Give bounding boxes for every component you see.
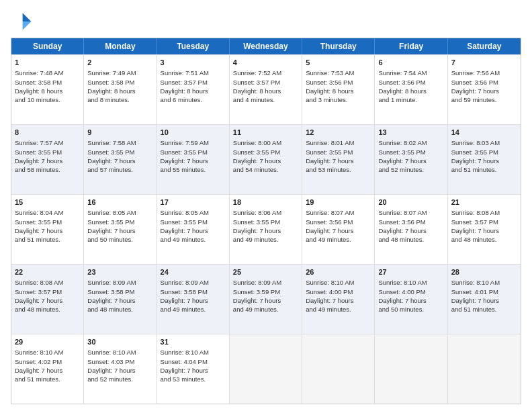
cell-line: Sunrise: 8:08 AM [451, 209, 500, 216]
cell-line: Sunset: 3:55 PM [161, 148, 208, 156]
cell-line: Daylight: 8 hours [233, 87, 281, 95]
cal-cell-18: 18Sunrise: 8:06 AMSunset: 3:55 PMDayligh… [230, 195, 302, 264]
cell-line: Sunrise: 8:00 AM [233, 139, 281, 146]
cal-row-1: 8Sunrise: 7:57 AMSunset: 3:55 PMDaylight… [11, 124, 521, 194]
cell-line: Sunset: 3:55 PM [87, 148, 134, 156]
cell-line: Sunrise: 8:09 AM [87, 279, 136, 286]
cell-line: Daylight: 7 hours [233, 227, 281, 234]
cell-line: Sunset: 4:00 PM [306, 288, 353, 295]
cell-line: Daylight: 8 hours [161, 87, 208, 95]
cell-line: Sunrise: 8:07 AM [306, 209, 354, 216]
cell-line: Sunset: 3:58 PM [87, 288, 134, 295]
cell-line: Sunset: 3:58 PM [87, 79, 134, 86]
cell-line: and 53 minutes. [306, 166, 351, 173]
cell-line: Sunrise: 7:53 AM [306, 69, 354, 77]
cell-line: Sunset: 4:02 PM [15, 358, 62, 365]
header-day-wednesday: Wednesday [230, 38, 302, 54]
svg-marker-1 [23, 21, 32, 30]
cell-line: Sunrise: 7:52 AM [233, 69, 281, 77]
cell-line: Sunrise: 8:09 AM [233, 279, 281, 286]
cell-line: and 48 minutes. [378, 236, 424, 243]
cell-line: Daylight: 8 hours [15, 87, 62, 95]
day-number: 13 [378, 128, 443, 138]
cal-cell-8: 8Sunrise: 7:57 AMSunset: 3:55 PMDaylight… [11, 125, 84, 194]
cal-row-3: 22Sunrise: 8:08 AMSunset: 3:57 PMDayligh… [11, 264, 521, 334]
cell-line: Sunrise: 8:10 AM [451, 279, 500, 286]
cell-line: Daylight: 7 hours [161, 157, 208, 165]
cell-line: Daylight: 7 hours [378, 227, 426, 234]
cell-line: and 49 minutes. [161, 306, 206, 313]
cell-line: Sunrise: 8:05 AM [87, 209, 136, 216]
day-number: 11 [233, 128, 298, 138]
day-number: 9 [87, 128, 152, 138]
day-number: 22 [15, 267, 80, 277]
day-number: 20 [378, 197, 443, 208]
cell-line: Daylight: 7 hours [15, 367, 62, 374]
cal-cell-15: 15Sunrise: 8:04 AMSunset: 3:55 PMDayligh… [11, 195, 84, 264]
cell-line: Sunset: 3:59 PM [233, 288, 280, 295]
header-day-sunday: Sunday [11, 38, 84, 54]
cal-cell-7: 7Sunrise: 7:56 AMSunset: 3:56 PMDaylight… [448, 55, 521, 124]
cell-line: Sunset: 3:56 PM [306, 218, 353, 226]
calendar-header: SundayMondayTuesdayWednesdayThursdayFrid… [11, 38, 521, 54]
cell-line: Sunrise: 8:10 AM [306, 279, 354, 286]
cell-line: Sunset: 3:55 PM [233, 148, 280, 156]
cell-line: Sunrise: 8:02 AM [378, 139, 427, 146]
cal-cell-3: 3Sunrise: 7:51 AMSunset: 3:57 PMDaylight… [157, 55, 230, 124]
day-number: 10 [161, 128, 226, 138]
cell-line: and 49 minutes. [306, 306, 351, 313]
cell-line: Daylight: 7 hours [161, 297, 208, 304]
cell-line: Sunset: 3:55 PM [306, 148, 353, 156]
cell-line: Sunset: 4:01 PM [451, 288, 498, 295]
cell-line: Sunset: 3:55 PM [378, 148, 425, 156]
cell-line: Sunrise: 8:07 AM [378, 209, 427, 216]
day-number: 3 [161, 58, 226, 68]
cal-cell-13: 13Sunrise: 8:02 AMSunset: 3:55 PMDayligh… [375, 125, 447, 194]
cal-cell-30: 30Sunrise: 8:10 AMSunset: 4:03 PMDayligh… [84, 334, 157, 404]
header [11, 11, 521, 32]
cal-cell-11: 11Sunrise: 8:00 AMSunset: 3:55 PMDayligh… [230, 125, 302, 194]
cell-line: and 10 minutes. [15, 96, 60, 103]
cell-line: Sunset: 3:56 PM [378, 79, 425, 86]
cell-line: Daylight: 7 hours [451, 227, 499, 234]
cell-line: Daylight: 7 hours [161, 227, 208, 234]
cell-line: Sunrise: 8:01 AM [306, 139, 354, 146]
cal-cell-1: 1Sunrise: 7:48 AMSunset: 3:58 PMDaylight… [11, 55, 84, 124]
cell-line: and 51 minutes. [15, 375, 60, 383]
cal-cell-6: 6Sunrise: 7:54 AMSunset: 3:56 PMDaylight… [375, 55, 447, 124]
day-number: 6 [378, 58, 443, 68]
cell-line: Sunrise: 7:48 AM [15, 69, 63, 77]
cell-line: Sunrise: 7:51 AM [161, 69, 209, 77]
cell-line: Sunset: 3:56 PM [451, 79, 498, 86]
cell-line: Daylight: 8 hours [87, 87, 135, 95]
cal-row-4: 29Sunrise: 8:10 AMSunset: 4:02 PMDayligh… [11, 334, 521, 404]
cal-row-2: 15Sunrise: 8:04 AMSunset: 3:55 PMDayligh… [11, 194, 521, 264]
cell-line: and 54 minutes. [233, 166, 279, 173]
cell-line: and 3 minutes. [306, 96, 347, 103]
cal-cell-10: 10Sunrise: 7:59 AMSunset: 3:55 PMDayligh… [157, 125, 230, 194]
cell-line: Daylight: 7 hours [451, 87, 499, 95]
day-number: 25 [233, 267, 298, 277]
cell-line: and 49 minutes. [161, 236, 206, 243]
day-number: 14 [451, 128, 517, 138]
cell-line: Daylight: 7 hours [87, 157, 135, 165]
cell-line: Sunrise: 8:09 AM [161, 279, 209, 286]
cal-cell-empty-4-3 [230, 334, 302, 404]
day-number: 31 [161, 337, 226, 347]
cell-line: Sunrise: 7:54 AM [378, 69, 427, 77]
cell-line: and 48 minutes. [451, 236, 497, 243]
cell-line: Daylight: 7 hours [378, 157, 426, 165]
cell-line: and 8 minutes. [87, 96, 129, 103]
calendar: SundayMondayTuesdayWednesdayThursdayFrid… [11, 38, 521, 404]
cal-cell-empty-4-5 [375, 334, 447, 404]
header-day-tuesday: Tuesday [157, 38, 230, 54]
cell-line: and 49 minutes. [306, 236, 351, 243]
cell-line: Sunrise: 7:56 AM [451, 69, 500, 77]
day-number: 23 [87, 267, 152, 277]
cell-line: Sunrise: 8:06 AM [233, 209, 281, 216]
cell-line: Sunrise: 8:04 AM [15, 209, 63, 216]
cell-line: and 52 minutes. [378, 166, 424, 173]
day-number: 17 [161, 197, 226, 208]
cell-line: Sunset: 3:57 PM [15, 288, 62, 295]
cell-line: Sunset: 3:58 PM [161, 288, 208, 295]
